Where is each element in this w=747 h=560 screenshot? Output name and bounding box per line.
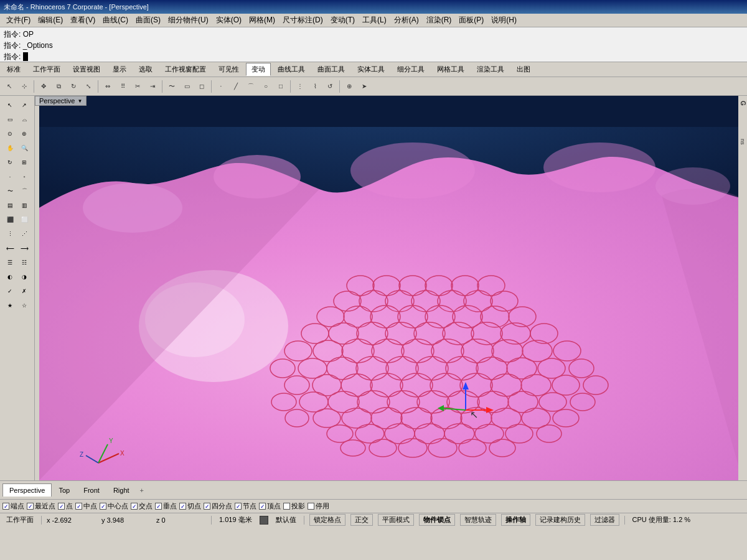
toolbar-icon-trim[interactable]: ✂ — [131, 80, 144, 93]
menu-item-r[interactable]: 渲染(R) — [423, 14, 456, 27]
snap-tool[interactable]: ⊙ — [3, 127, 17, 141]
snap-sub[interactable]: ⊚ — [17, 127, 31, 141]
toolbar-icon-mirror[interactable]: ⇔ — [101, 80, 115, 93]
layer-tool-1[interactable]: ☰ — [3, 256, 17, 269]
toolbar-tab-7[interactable]: 变动 — [246, 63, 271, 76]
toolbar-icon-revolve[interactable]: ↺ — [323, 80, 337, 93]
toolbar-icon-select2[interactable]: ⊹ — [17, 80, 31, 93]
toolbar-icon-line[interactable]: ╱ — [229, 80, 243, 93]
toolbar-icon-rotate[interactable]: ↻ — [67, 80, 80, 93]
toolbar-icon-array[interactable]: ⠿ — [116, 80, 129, 93]
curve-tool-2[interactable]: ⌒ — [17, 184, 31, 198]
status-btn-6[interactable]: 记录建构历史 — [535, 514, 585, 526]
view-tab-right[interactable]: Right — [106, 483, 136, 497]
view-tab-front[interactable]: Front — [77, 483, 106, 497]
point-tool-1[interactable]: · — [3, 170, 17, 184]
snap-label-四分点[interactable]: 四分点 — [212, 502, 232, 511]
menu-item-h[interactable]: 说明(H) — [487, 14, 520, 27]
snap-label-交点[interactable]: 交点 — [139, 502, 153, 511]
menu-item-f[interactable]: 文件(F) — [2, 14, 34, 27]
menu-item-e[interactable]: 编辑(E) — [34, 14, 67, 27]
toolbar-tab-2[interactable]: 设置视图 — [67, 63, 106, 76]
snap-check-切点[interactable] — [179, 503, 186, 510]
menu-item-u[interactable]: 细分物件(U) — [164, 14, 212, 27]
snap-label-点[interactable]: 点 — [66, 502, 73, 511]
status-btn-3[interactable]: 物件锁点 — [419, 514, 455, 526]
toolbar-tab-11[interactable]: 细分工具 — [392, 63, 430, 76]
extra-tool-2[interactable]: ✗ — [17, 284, 31, 298]
menu-item-t[interactable]: 变动(T) — [327, 14, 359, 27]
toolbar-icon-scale[interactable]: ⤡ — [82, 80, 95, 93]
menu-item-a[interactable]: 分析(A) — [390, 14, 423, 27]
toolbar-icon-move[interactable]: ✥ — [37, 80, 50, 93]
toolbar-tab-6[interactable]: 可见性 — [213, 63, 245, 76]
toolbar-icon-arrow[interactable]: ➤ — [357, 80, 371, 93]
menu-item-m[interactable]: 网格(M) — [245, 14, 279, 27]
toolbar-tab-10[interactable]: 实体工具 — [352, 63, 390, 76]
render-tool-1[interactable]: ◐ — [3, 270, 17, 284]
select-sub-tool[interactable]: ↗ — [17, 98, 31, 112]
snap-check-停用[interactable] — [308, 503, 314, 510]
status-btn-4[interactable]: 智慧轨迹 — [460, 514, 496, 526]
view-tab-perspective[interactable]: Perspective — [2, 483, 52, 497]
lasso-tool[interactable]: ⌓ — [17, 113, 31, 126]
menu-item-p[interactable]: 面板(P) — [455, 14, 487, 27]
snap-label-投影[interactable]: 投影 — [291, 502, 305, 511]
menu-item-c[interactable]: 曲线(C) — [99, 14, 132, 27]
snap-label-最近点[interactable]: 最近点 — [35, 502, 55, 511]
mesh-tool-1[interactable]: ⋮ — [3, 227, 17, 241]
toolbar-icon-sweep[interactable]: ⌇ — [308, 80, 322, 93]
toolbar-icon-gumball[interactable]: ⊕ — [342, 80, 356, 93]
view-tab-add-button[interactable]: + — [136, 484, 148, 497]
menu-item-v[interactable]: 查看(V) — [67, 14, 99, 27]
snap-check-顶点[interactable] — [259, 503, 266, 510]
surface-tool-1[interactable]: ▤ — [3, 198, 17, 212]
menu-item-s[interactable]: 曲面(S) — [132, 14, 164, 27]
snap-check-端点[interactable] — [2, 503, 9, 510]
rotate-view-tool[interactable]: ↻ — [3, 156, 17, 169]
layer-tool-2[interactable]: ☷ — [17, 256, 31, 269]
view-tab-top[interactable]: Top — [52, 483, 77, 497]
menu-item-d[interactable]: 尺寸标注(D) — [279, 14, 327, 27]
snap-check-四分点[interactable] — [204, 503, 210, 510]
toolbar-tab-12[interactable]: 网格工具 — [431, 63, 470, 76]
toolbar-tab-14[interactable]: 出图 — [511, 63, 536, 76]
render-tool-2[interactable]: ◑ — [17, 270, 31, 284]
toolbar-icon-arc[interactable]: ⌒ — [244, 80, 258, 93]
snap-check-投影[interactable] — [283, 503, 290, 510]
toolbar-icon-solid[interactable]: ◻ — [195, 80, 209, 93]
toolbar-tab-3[interactable]: 显示 — [107, 63, 132, 76]
curve-tool-1[interactable]: 〜 — [3, 184, 17, 198]
toolbar-tab-4[interactable]: 选取 — [133, 63, 158, 76]
mesh-tool-2[interactable]: ⋰ — [17, 227, 31, 241]
toolbar-tab-0[interactable]: 标准 — [1, 63, 26, 76]
select-tool[interactable]: ↖ — [3, 98, 17, 112]
menu-item-o[interactable]: 实体(O) — [212, 14, 245, 27]
surface-tool-2[interactable]: ▥ — [17, 198, 31, 212]
misc-tool-2[interactable]: ☆ — [17, 299, 31, 312]
status-btn-2[interactable]: 平面模式 — [378, 514, 414, 526]
viewport-area[interactable]: Perspective ▼ — [35, 96, 747, 480]
toolbar-icon-copy[interactable]: ⧉ — [52, 80, 65, 93]
status-btn-5[interactable]: 操作轴 — [501, 514, 530, 526]
toolbar-icon-curve[interactable]: 〜 — [165, 80, 179, 93]
point-tool-2[interactable]: ◦ — [17, 170, 31, 184]
snap-check-垂点[interactable] — [155, 503, 162, 510]
misc-tool-1[interactable]: ★ — [3, 299, 17, 312]
snap-check-交点[interactable] — [131, 503, 138, 510]
status-btn-7[interactable]: 过滤器 — [590, 514, 619, 526]
zoom-window-tool[interactable]: ⊞ — [17, 156, 31, 169]
snap-label-垂点[interactable]: 垂点 — [163, 502, 177, 511]
dim-tool-2[interactable]: ⟶ — [17, 241, 31, 255]
toolbar-icon-surface[interactable]: ▭ — [180, 80, 194, 93]
toolbar-tab-5[interactable]: 工作视窗配置 — [159, 63, 212, 76]
snap-label-端点[interactable]: 端点 — [11, 502, 24, 511]
solid-tool-2[interactable]: ⬜ — [17, 213, 31, 226]
snap-label-顶点[interactable]: 顶点 — [267, 502, 281, 511]
toolbar-icon-rect[interactable]: □ — [274, 80, 288, 93]
toolbar-icon-point[interactable]: · — [214, 80, 228, 93]
menu-item-l[interactable]: 工具(L) — [359, 14, 390, 27]
toolbar-tab-9[interactable]: 曲面工具 — [312, 63, 350, 76]
toolbar-icon-select[interactable]: ↖ — [2, 80, 16, 93]
snap-check-最近点[interactable] — [27, 503, 34, 510]
